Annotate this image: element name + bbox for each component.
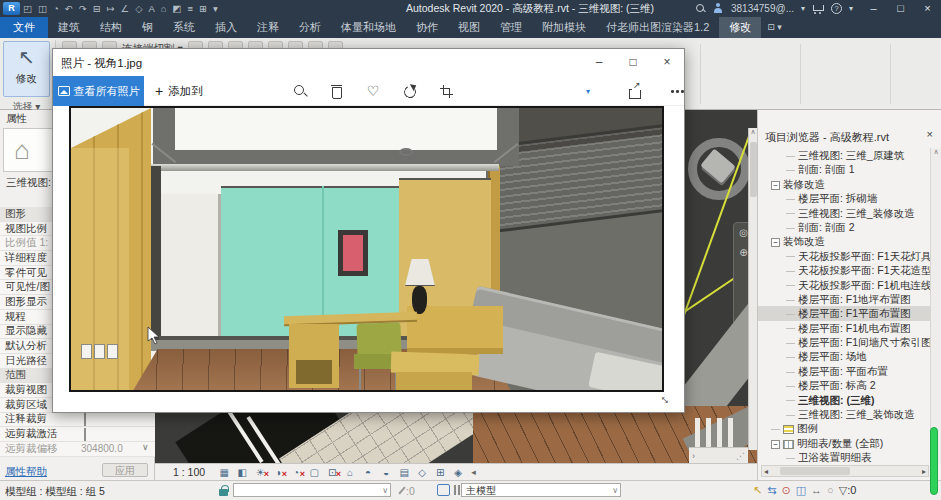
add-to-button[interactable]: + 添加到 [155,76,203,106]
ribbon-tab[interactable]: 注释 [247,17,289,38]
user-dropdown-icon[interactable]: ▾ [801,4,805,13]
edit-dropdown-icon[interactable]: ▾ [586,87,590,96]
select-links-icon[interactable]: ⇆ [767,483,776,498]
select-underlay-icon[interactable]: ◫ [796,483,806,498]
user-avatar-icon[interactable] [713,3,724,14]
restore-button[interactable]: □ [887,0,914,17]
tree-item[interactable]: 楼层平面: F1地坪布置图 [758,292,934,306]
scroll-right-icon[interactable]: ▸ [922,467,926,476]
tree-item[interactable]: 楼层平面: 标高 2 [758,378,934,392]
ribbon-tab[interactable]: 附加模块 [532,17,596,38]
browser-vertical-scrollbar[interactable]: ∧ [930,148,941,464]
tree-item[interactable]: 天花板投影平面: F1天花造型布置图 [758,263,934,277]
collapse-icon[interactable]: ◂ [471,467,476,477]
tree-item[interactable]: 三维视图: 三维_原建筑 [758,148,934,162]
visual-style-icon[interactable]: ◧ [235,466,249,479]
tree-item[interactable]: −明细表/数量 (全部) [758,436,934,450]
checkbox[interactable] [84,428,86,441]
tag-icon[interactable]: ◇ [135,3,142,14]
editable-only-icon[interactable]: ↖ [753,483,762,498]
constraints-icon[interactable]: ◇ [415,466,429,479]
text-icon[interactable]: A [148,3,154,14]
scrollbar-thumb[interactable] [780,467,850,475]
redo-icon[interactable]: ↷ [79,3,87,14]
temporary-hide-icon[interactable]: ◓ [361,466,375,479]
photo-image[interactable] [69,106,664,392]
ribbon-tab[interactable]: 体量和场地 [331,17,406,38]
file-tab[interactable]: 文件 [0,17,48,38]
qat-dropdown-icon[interactable]: ▾ [213,3,218,14]
unlocked-view-icon[interactable]: ⌂ [343,466,357,479]
tree-item[interactable]: 楼层平面: 平面布置 [758,364,934,378]
ribbon-tab[interactable]: 插入 [205,17,247,38]
workset-lock-icon[interactable] [219,485,228,496]
delete-icon[interactable] [328,83,344,99]
ribbon-tab[interactable]: 分析 [289,17,331,38]
temporary-view-icon[interactable]: ▤ [397,466,411,479]
property-row[interactable]: 远剪裁偏移304800.0 [0,442,155,457]
share-icon[interactable] [626,83,642,99]
workset-dropdown[interactable]: ∨ [233,483,391,497]
minimize-button[interactable]: – [860,0,887,17]
rotate-icon[interactable] [401,83,417,99]
properties-help-link[interactable]: 属性帮助 [5,465,47,479]
ribbon-tab[interactable]: 协作 [406,17,448,38]
apply-button[interactable]: 应用 [102,463,148,477]
tree-item[interactable]: 天花板投影平面: F1机电连线图 [758,278,934,292]
selection-filter-icon[interactable]: ▽:0 [839,483,857,498]
tree-item[interactable]: 楼层平面: F1平面布置图 [758,306,934,320]
shadows-icon[interactable]: ◑ [271,466,285,479]
crop-view-icon[interactable]: ▢ [307,466,321,479]
zoom-icon[interactable] [292,83,308,99]
tree-item[interactable]: 图例 [758,421,934,435]
properties-scroll-down-icon[interactable]: ∨ [142,442,149,452]
open-icon[interactable]: ◰ [23,3,32,14]
save-icon[interactable]: ◫ [38,3,47,14]
scrollbar-thumb-green[interactable] [930,427,938,495]
default-3d-view-icon[interactable]: ⌂ [161,3,167,14]
switch-windows-icon[interactable]: ⊞ [199,3,207,14]
close-button[interactable]: × [914,0,941,17]
panel-toggle-icon[interactable]: ⊡ ▾ [767,17,782,38]
select-pinned-icon[interactable]: ⊙ [781,483,790,498]
search-icon[interactable] [695,3,706,14]
project-browser-close-icon[interactable]: × [927,128,933,140]
tree-item[interactable]: 楼层平面: F1机电布置图 [758,321,934,335]
spot-fix-icon[interactable] [520,83,536,99]
editing-requests[interactable]: :0 [401,485,415,497]
favorite-icon[interactable]: ♡ [365,83,381,99]
canvas-vertical-scrollbar[interactable]: ∧ [748,128,757,450]
crop-icon[interactable] [438,83,454,99]
photo-title-bar[interactable]: 照片 - 视角1.jpg – □ × [53,49,684,76]
tree-item[interactable]: 楼层平面: 拆砌墙 [758,191,934,205]
resize-grip-icon[interactable]: ⋰ [736,451,745,461]
view-all-photos-button[interactable]: 查看所有照片 [53,76,144,106]
property-row[interactable]: 注释裁剪 [0,413,155,428]
aligned-dimension-icon[interactable]: ∠ [121,3,130,14]
more-icon[interactable] [670,83,686,99]
ribbon-tab[interactable]: 管理 [490,17,532,38]
collapse-icon[interactable]: − [771,440,780,449]
active-workset-icon[interactable] [437,484,450,496]
scrollbar-thumb[interactable] [750,142,757,197]
collapse-icon[interactable]: − [771,238,780,247]
collapse-icon[interactable]: − [771,181,780,190]
ribbon-tab[interactable]: 系统 [163,17,205,38]
scroll-up-icon[interactable]: ∧ [749,128,757,136]
print-icon[interactable]: ⊟ [93,3,101,14]
modify-button[interactable]: ↖ 修改 [3,41,50,97]
ribbon-tab[interactable]: 结构 [90,17,132,38]
ribbon-tab[interactable]: 建筑 [48,17,90,38]
sync-icon[interactable]: ◔ [53,3,59,14]
crop-region-icon[interactable]: ⊡ [325,466,339,479]
help-dropdown-icon[interactable]: ▾ [849,4,853,13]
tree-item[interactable]: 剖面: 剖面 1 [758,162,934,176]
reveal-hidden-icon[interactable]: ◒ [379,466,393,479]
tree-item[interactable]: 剖面: 剖面 2 [758,220,934,234]
tree-item[interactable]: 三维视图: (三维) [758,393,934,407]
tree-item[interactable]: 三维视图: 三维_装饰改造 [758,407,934,421]
photo-close-button[interactable]: × [650,49,684,76]
sun-path-icon[interactable]: ☀ [253,466,267,479]
background-processes-icon[interactable]: ○ [827,483,834,498]
browser-horizontal-scrollbar[interactable]: ◂ ▸ [761,465,929,477]
